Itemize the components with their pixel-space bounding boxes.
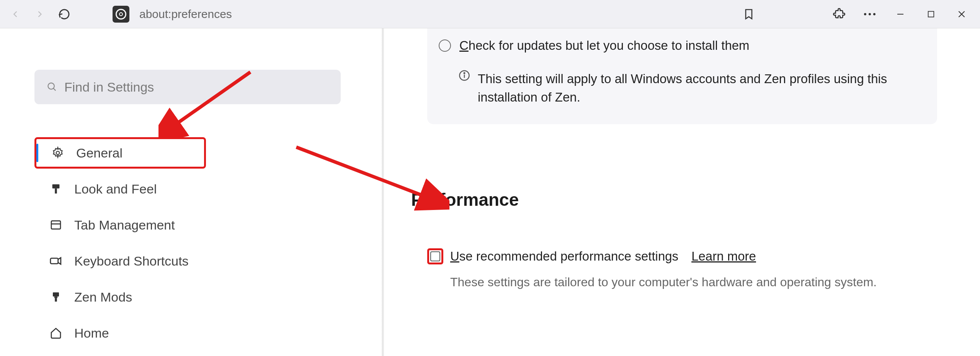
search-placeholder: Find in Settings xyxy=(64,80,154,95)
site-identity-icon[interactable] xyxy=(113,6,129,23)
updates-card: CCheck for updates but let you choose to… xyxy=(427,28,937,124)
settings-search-input[interactable]: Find in Settings xyxy=(34,70,341,104)
svg-point-1 xyxy=(869,13,871,15)
settings-nav-list: General Look and Feel Tab Management Key… xyxy=(34,137,384,349)
svg-rect-14 xyxy=(51,258,58,264)
paint-brush-icon xyxy=(49,182,63,196)
info-icon xyxy=(459,70,470,107)
sidebar-item-tab-management[interactable]: Tab Management xyxy=(34,209,206,241)
svg-point-0 xyxy=(864,13,866,15)
brush-icon xyxy=(49,290,63,304)
svg-point-2 xyxy=(873,13,875,15)
url-bar-text[interactable]: about:preferences xyxy=(139,8,232,21)
gear-icon xyxy=(51,146,65,160)
svg-rect-11 xyxy=(55,189,57,194)
svg-point-20 xyxy=(464,73,465,74)
svg-rect-15 xyxy=(53,292,59,297)
settings-sidebar: Find in Settings General Look and Feel T… xyxy=(0,28,384,356)
back-button[interactable] xyxy=(5,3,26,25)
search-icon xyxy=(47,82,57,92)
sidebar-item-label: Zen Mods xyxy=(74,290,132,305)
update-radio-option[interactable]: CCheck for updates but let you choose to… xyxy=(439,38,914,53)
svg-point-9 xyxy=(56,151,60,155)
settings-main-panel: CCheck for updates but let you choose to… xyxy=(384,28,980,356)
extensions-button[interactable] xyxy=(830,5,848,23)
sidebar-item-label: Home xyxy=(74,326,109,341)
info-note: This setting will apply to all Windows a… xyxy=(439,70,914,107)
browser-toolbar: about:preferences xyxy=(0,0,980,28)
app-menu-button[interactable] xyxy=(861,5,879,23)
sidebar-item-general[interactable]: General xyxy=(34,137,206,169)
keyboard-icon xyxy=(49,254,63,268)
sidebar-item-home[interactable]: Home xyxy=(34,317,206,349)
forward-button[interactable] xyxy=(29,3,51,25)
radio-icon xyxy=(439,39,451,52)
home-icon xyxy=(49,326,63,340)
svg-rect-16 xyxy=(54,297,57,298)
radio-label: CCheck for updates but let you choose to… xyxy=(459,38,750,53)
svg-line-8 xyxy=(54,89,56,91)
sidebar-divider xyxy=(381,28,384,356)
svg-rect-10 xyxy=(52,184,60,189)
sidebar-item-label: Tab Management xyxy=(74,218,175,233)
learn-more-link[interactable]: Learn more xyxy=(691,249,756,264)
sidebar-item-keyboard-shortcuts[interactable]: Keyboard Shortcuts xyxy=(34,245,206,277)
maximize-button[interactable] xyxy=(922,5,940,23)
performance-description: These settings are tailored to your comp… xyxy=(450,275,953,289)
info-text: This setting will apply to all Windows a… xyxy=(478,70,914,107)
svg-rect-4 xyxy=(928,11,934,17)
annotation-highlight-checkbox xyxy=(427,248,443,264)
performance-checkbox-label: UUse recommended performance settingsse … xyxy=(450,249,678,264)
minimize-button[interactable] xyxy=(891,5,910,23)
performance-section-title: Performance xyxy=(411,189,953,210)
sidebar-item-label: Keyboard Shortcuts xyxy=(74,254,189,269)
bookmark-button[interactable] xyxy=(740,5,758,23)
svg-point-7 xyxy=(48,83,54,89)
svg-rect-17 xyxy=(55,298,57,302)
reload-button[interactable] xyxy=(54,3,75,25)
sidebar-item-look-and-feel[interactable]: Look and Feel xyxy=(34,173,206,205)
svg-rect-12 xyxy=(51,221,60,229)
tab-icon xyxy=(49,218,63,232)
sidebar-item-label: Look and Feel xyxy=(74,182,157,197)
performance-checkbox[interactable] xyxy=(430,251,440,261)
performance-settings: UUse recommended performance settingsse … xyxy=(427,248,953,289)
sidebar-item-zen-mods[interactable]: Zen Mods xyxy=(34,281,206,313)
close-window-button[interactable] xyxy=(952,5,971,23)
sidebar-item-label: General xyxy=(76,146,122,161)
content-area: Find in Settings General Look and Feel T… xyxy=(0,28,980,356)
